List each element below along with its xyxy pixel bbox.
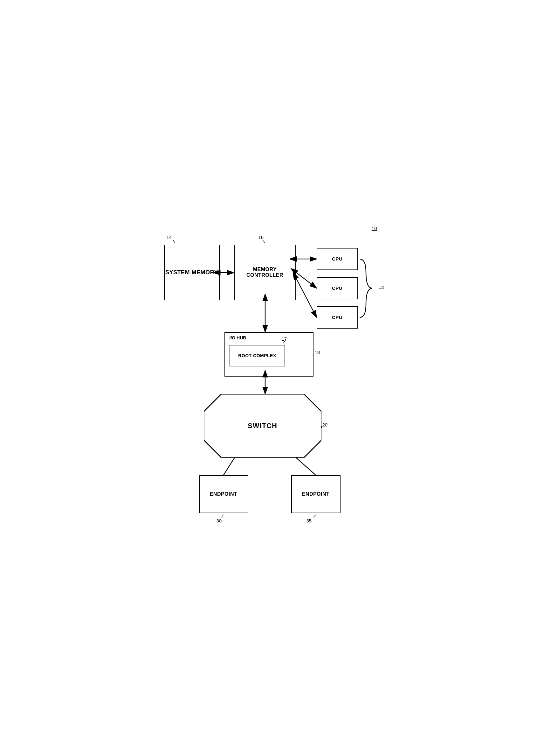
endpoint-left-label: ENDPOINT bbox=[210, 491, 237, 497]
cpu-label-3: CPU bbox=[332, 315, 343, 320]
endpoint-right-label: ENDPOINT bbox=[302, 491, 330, 497]
cpu-box-1: CPU bbox=[317, 248, 358, 270]
ref-14: 14 bbox=[166, 235, 172, 240]
ref-16: 16 bbox=[258, 235, 264, 240]
cpu-label-1: CPU bbox=[332, 256, 343, 262]
iohub-label: I/O HUB bbox=[229, 335, 246, 340]
system-memory-label: SYSTEM MEMORY bbox=[165, 269, 218, 276]
svg-line-14 bbox=[262, 240, 265, 243]
cpu-box-3: CPU bbox=[317, 306, 358, 329]
svg-line-18 bbox=[221, 515, 223, 517]
endpoint-left-box: ENDPOINT bbox=[199, 475, 248, 513]
diagram: 10 14 16 SYSTEM MEMORY MEMORY CONTROLLER… bbox=[158, 222, 387, 534]
ref-10: 10 bbox=[372, 226, 377, 231]
svg-line-17 bbox=[322, 426, 322, 428]
svg-line-13 bbox=[173, 240, 175, 243]
endpoint-right-box: ENDPOINT bbox=[291, 475, 341, 513]
svg-line-7 bbox=[296, 272, 317, 288]
root-complex-label: ROOT COMPLEX bbox=[238, 353, 276, 358]
ref-30: 30 bbox=[216, 518, 222, 523]
system-memory-box: SYSTEM MEMORY bbox=[164, 245, 220, 300]
svg-line-12 bbox=[296, 458, 316, 475]
svg-line-8 bbox=[296, 278, 317, 317]
ref-17: 17 bbox=[282, 336, 287, 342]
iohub-outer-box: I/O HUB ROOT COMPLEX bbox=[224, 332, 314, 377]
switch-label: SWITCH bbox=[248, 422, 277, 430]
cpu-box-2: CPU bbox=[317, 277, 358, 299]
cpu-label-2: CPU bbox=[332, 285, 343, 291]
memory-controller-label: MEMORY CONTROLLER bbox=[246, 267, 283, 278]
ref-20: 20 bbox=[323, 422, 328, 427]
ref-12: 12 bbox=[379, 284, 384, 290]
svg-line-11 bbox=[223, 458, 234, 475]
svg-line-19 bbox=[314, 515, 316, 517]
ref-35: 35 bbox=[307, 518, 312, 523]
switch-container: SWITCH bbox=[204, 394, 322, 458]
memory-controller-box: MEMORY CONTROLLER bbox=[234, 245, 296, 300]
root-complex-box: ROOT COMPLEX bbox=[229, 345, 285, 366]
ref-18: 18 bbox=[315, 350, 320, 355]
